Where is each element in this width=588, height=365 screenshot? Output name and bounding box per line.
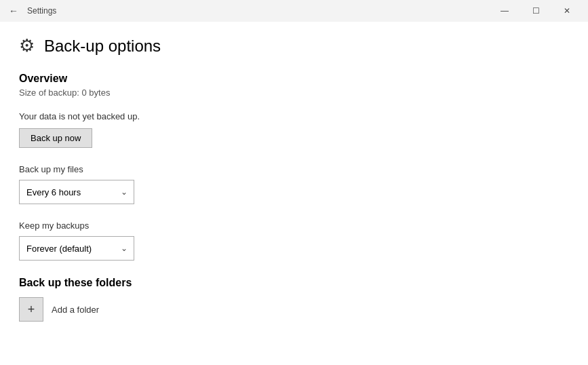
keep-backups-dropdown-container: 1 month 3 months 6 months 9 months 1 yea… [19, 236, 134, 261]
page-title: Back-up options [44, 37, 161, 56]
backup-now-button[interactable]: Back up now [19, 128, 92, 148]
title-bar: ← Settings — ☐ ✕ [0, 0, 588, 22]
backup-files-label: Back up my files [19, 164, 569, 174]
keep-backups-select[interactable]: 1 month 3 months 6 months 9 months 1 yea… [19, 236, 134, 261]
main-content: ⚙ Back-up options Overview Size of backu… [0, 22, 588, 365]
backup-files-section: Back up my files Every hour Every 3 hour… [19, 164, 569, 204]
title-bar-controls: — ☐ ✕ [489, 0, 583, 22]
folders-section-title: Back up these folders [19, 277, 569, 289]
title-bar-left: ← Settings [5, 3, 56, 19]
backup-frequency-dropdown-container: Every hour Every 3 hours Every 6 hours E… [19, 180, 134, 204]
page-header: ⚙ Back-up options [19, 35, 569, 56]
minimize-button[interactable]: — [489, 0, 520, 22]
keep-backups-label: Keep my backups [19, 220, 569, 231]
keep-backups-section: Keep my backups 1 month 3 months 6 month… [19, 220, 569, 261]
folders-section: Back up these folders + Add a folder [19, 277, 569, 322]
maximize-button[interactable]: ☐ [520, 0, 551, 22]
back-button[interactable]: ← [5, 3, 22, 19]
add-folder-button[interactable]: + [19, 297, 43, 322]
close-button[interactable]: ✕ [551, 0, 583, 22]
add-folder-row: + Add a folder [19, 297, 569, 322]
backup-status-text: Your data is not yet backed up. [19, 111, 569, 121]
backup-size: Size of backup: 0 bytes [19, 88, 569, 98]
title-bar-title: Settings [27, 6, 56, 16]
add-folder-label: Add a folder [52, 305, 99, 315]
gear-icon: ⚙ [19, 35, 35, 56]
backup-frequency-select[interactable]: Every hour Every 3 hours Every 6 hours E… [19, 180, 134, 204]
overview-section: Overview Size of backup: 0 bytes Your da… [19, 73, 569, 164]
overview-title: Overview [19, 73, 569, 85]
